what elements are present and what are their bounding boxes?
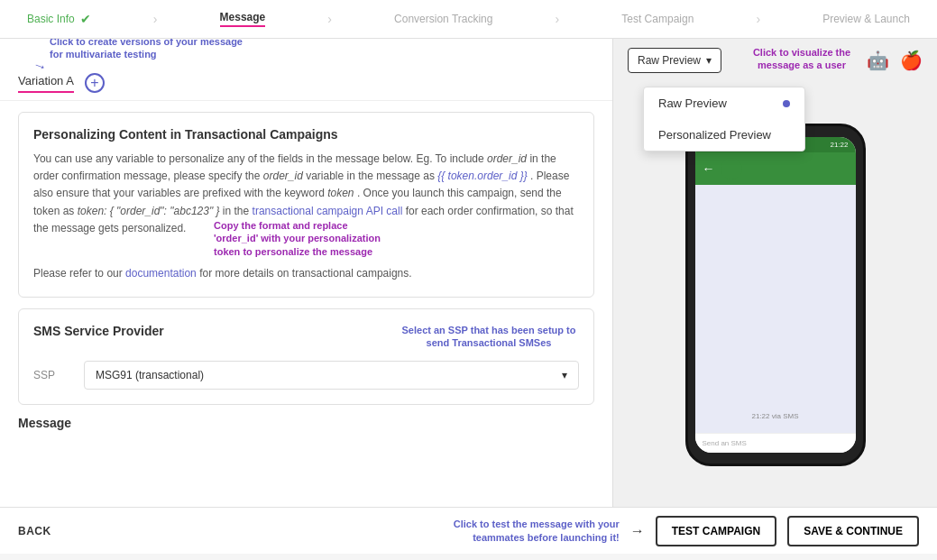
phone-time: 21:22 [830,141,848,149]
ssp-hint: Select an SSP that has been setup to sen… [399,324,579,350]
preview-dropdown-menu: Raw Preview Personalized Preview [643,87,805,151]
active-dot [783,100,790,107]
message-section: Message [18,416,594,437]
right-panel: Click to visualize the message as a user… [612,39,937,507]
back-button[interactable]: BACK [18,525,51,537]
nav-step-label: Test Campaign [621,13,694,25]
phone-screen: 21:22 ← 21:22 via SMS Send an SMS [695,137,856,453]
copy-hint: Copy the format and replace 'order_id' w… [214,219,394,258]
back-arrow-icon: ← [703,161,715,176]
nav-step-label: Preview & Launch [822,13,910,25]
add-variation-button[interactable]: + [85,73,105,93]
nav-step-preview[interactable]: Preview & Launch [822,13,910,25]
personalizing-section: Personalizing Content in Transactional C… [18,112,594,298]
phone-chat-header: ← [695,152,856,185]
chat-timestamp: 21:22 via SMS [703,412,849,420]
variation-tab[interactable]: Variation A [18,74,74,93]
bottom-bar: BACK Click to test the message with your… [0,507,937,554]
nav-arrow-1: › [153,12,158,26]
chevron-down-icon: ▾ [562,369,567,381]
phone-chat-body: 21:22 via SMS [695,185,856,433]
ssp-title: SMS Service Provider [33,324,164,338]
ssp-section: SMS Service Provider Select an SSP that … [18,308,594,405]
test-campaign-button[interactable]: TEST CAMPAIGN [656,516,776,546]
arrow-right-icon: → [630,523,645,539]
phone-avatar [721,158,742,179]
test-hint: Click to test the message with your team… [439,518,620,544]
phone-input-placeholder: Send an SMS [703,439,849,447]
apple-icon[interactable]: 🍎 [900,50,923,71]
personalizing-body: You can use any variable to personalize … [33,151,579,258]
personalizing-title: Personalizing Content in Transactional C… [33,127,579,142]
chevron-down-icon: ▾ [706,54,712,67]
check-icon: ✔ [80,12,91,26]
nav-step-test[interactable]: Test Campaign [621,13,694,25]
dropdown-item-raw[interactable]: Raw Preview [644,87,804,119]
documentation-link[interactable]: documentation [125,267,197,280]
message-title: Message [18,416,594,437]
api-link[interactable]: transactional campaign API call [253,205,403,217]
personalizing-footer: Please refer to our documentation for mo… [33,265,579,282]
variation-bar: Click to create versions of your message… [0,66,612,101]
ssp-row: SSP MSG91 (transactional) ▾ [33,361,579,390]
variation-hint: Click to create versions of your message… [50,39,248,61]
nav-step-conversion[interactable]: Conversion Tracking [394,13,492,25]
left-panel: Click to create versions of your message… [0,39,612,507]
main-layout: Click to create versions of your message… [0,39,937,507]
raw-preview-dropdown[interactable]: Raw Preview ▾ Raw Preview Personalized P… [628,48,721,73]
nav-step-label: Message [220,11,266,23]
nav-step-basic-info[interactable]: Basic Info ✔ [27,12,91,26]
viz-hint: Click to visualize the message as a user [739,46,865,72]
ssp-select[interactable]: MSG91 (transactional) ▾ [84,361,579,390]
nav-arrow-2: › [327,12,332,26]
ssp-label: SSP [33,369,69,381]
phone-input-bar[interactable]: Send an SMS [695,433,856,453]
dropdown-item-personalized[interactable]: Personalized Preview [644,119,804,151]
phone-mockup: 21:22 ← 21:22 via SMS Send an SMS [685,124,866,466]
android-icon[interactable]: 🤖 [867,50,889,71]
nav-step-label: Basic Info [27,13,75,25]
nav-step-message[interactable]: Message [220,11,266,27]
device-icons: 🤖 🍎 [867,50,923,71]
nav-step-label: Conversion Tracking [394,13,492,25]
nav-arrow-4: › [756,12,760,26]
top-navigation: Basic Info ✔ › Message › Conversion Trac… [0,0,937,39]
nav-arrow-3: › [556,12,560,26]
save-continue-button[interactable]: SAVE & CONTINUE [787,516,919,546]
bottom-right: Click to test the message with your team… [439,516,919,546]
